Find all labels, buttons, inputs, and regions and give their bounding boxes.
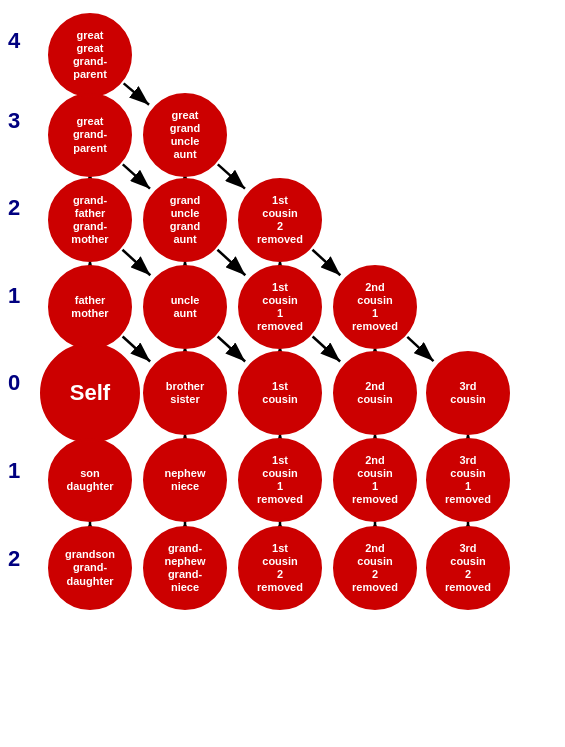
arrow-ua-1c bbox=[218, 337, 246, 362]
arrow-ggp-ggua bbox=[124, 83, 149, 104]
node-bs: brothersister bbox=[143, 351, 227, 435]
node-ggp: greatgreatgrand-parent bbox=[48, 13, 132, 97]
gen-label-gen1up: 1 bbox=[8, 283, 20, 309]
node-gsgd: grandsongrand-daughter bbox=[48, 526, 132, 610]
arrow-c2r-2c1r bbox=[312, 250, 340, 276]
node-gf: grand-fathergrand-mother bbox=[48, 178, 132, 262]
node-gua: grandunclegrandaunt bbox=[143, 178, 227, 262]
gen-label-gen2down: 2 bbox=[8, 546, 20, 572]
node-1c1rd: 1stcousin1removed bbox=[238, 438, 322, 522]
node-2c: 2ndcousin bbox=[333, 351, 417, 435]
node-sd: sondaughter bbox=[48, 438, 132, 522]
node-c1r: 1stcousin1removed bbox=[238, 265, 322, 349]
arrow-2c1r-3c bbox=[407, 337, 433, 361]
node-c2r: 1stcousin2removed bbox=[238, 178, 322, 262]
node-self: Self bbox=[40, 343, 140, 443]
arrow-ggp2-gua bbox=[123, 164, 150, 188]
arrow-gua-c1r bbox=[217, 250, 245, 276]
node-3c2rd: 3rdcousin2removed bbox=[426, 526, 510, 610]
node-ggua: greatgranduncleaunt bbox=[143, 93, 227, 177]
node-1c: 1stcousin bbox=[238, 351, 322, 435]
node-gnep: grand-nephewgrand-niece bbox=[143, 526, 227, 610]
node-1c2rd: 1stcousin2removed bbox=[238, 526, 322, 610]
arrow-fm-bs bbox=[123, 337, 151, 362]
node-2c2rd: 2ndcousin2removed bbox=[333, 526, 417, 610]
gen-label-gen0: 0 bbox=[8, 370, 20, 396]
gen-label-gen2: 2 bbox=[8, 195, 20, 221]
node-3c: 3rdcousin bbox=[426, 351, 510, 435]
node-ggp2: greatgrand-parent bbox=[48, 93, 132, 177]
chart-container: 4321012greatgreatgrand-parentgreatgrand-… bbox=[0, 0, 565, 747]
node-fm: fathermother bbox=[48, 265, 132, 349]
node-2c1rd: 2ndcousin1removed bbox=[333, 438, 417, 522]
node-ua: uncleaunt bbox=[143, 265, 227, 349]
gen-label-gen1down: 1 bbox=[8, 458, 20, 484]
gen-label-gen4: 4 bbox=[8, 28, 20, 54]
gen-label-gen3: 3 bbox=[8, 108, 20, 134]
node-nn: nephewniece bbox=[143, 438, 227, 522]
node-3c1rd: 3rdcousin1removed bbox=[426, 438, 510, 522]
node-2c1r: 2ndcousin1removed bbox=[333, 265, 417, 349]
arrow-gf-ua bbox=[122, 250, 150, 276]
arrow-ggua-c2r bbox=[218, 164, 245, 188]
arrow-c1r-2c bbox=[313, 337, 341, 362]
